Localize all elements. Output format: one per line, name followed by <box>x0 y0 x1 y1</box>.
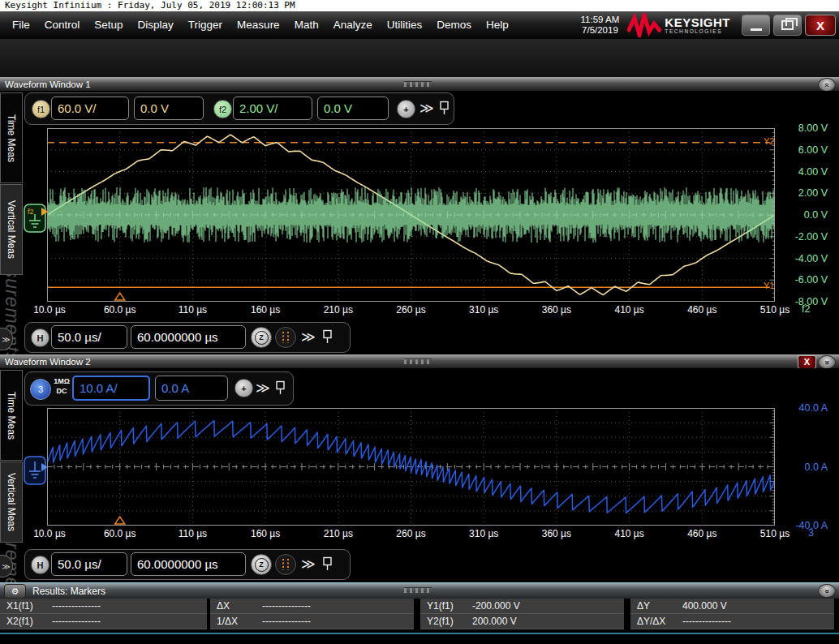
f1-scale-field[interactable]: 60.0 V/ <box>51 97 129 120</box>
window2-zoom-reset-button[interactable]: Z <box>251 554 272 575</box>
x-axis-tick-label: 310 µs <box>462 528 506 539</box>
menu-item-display[interactable]: Display <box>131 11 181 39</box>
window2-tab-vertical-meas[interactable]: Vertical Meas <box>0 462 23 543</box>
window1-tab-time-meas[interactable]: Time Meas <box>0 92 23 183</box>
window2-tab-time-meas[interactable]: Time Meas <box>0 370 23 461</box>
window2-titlebar[interactable]: Waveform Window 2 <box>0 354 839 368</box>
x-axis-tick-label: 10.0 µs <box>28 304 71 316</box>
f2-ground-marker[interactable]: f2 <box>24 201 48 234</box>
window1-tab-vertical-meas[interactable]: Vertical Meas <box>0 184 23 275</box>
f1-offset-field[interactable]: 0.0 V <box>134 97 204 120</box>
channel3-scale-field[interactable]: 10.0 A/ <box>72 376 150 401</box>
f2-badge[interactable]: f2 <box>213 100 232 118</box>
channel3-coupling[interactable]: 1MΩ DC <box>52 377 71 396</box>
window1-markers-button[interactable] <box>275 327 296 348</box>
menu-item-setup[interactable]: Setup <box>87 11 130 39</box>
menu-item-control[interactable]: Control <box>37 11 88 39</box>
window2-drag-handle[interactable] <box>404 358 432 364</box>
add-source-button[interactable]: + <box>397 100 415 118</box>
vertical-markers-icon <box>280 331 291 344</box>
window2-body: Measurements Time MeasVertical Meas 3 1M… <box>0 368 839 582</box>
result-label: Y2(f1) <box>420 616 472 627</box>
result-value: -200.000 V <box>472 600 520 612</box>
y-axis-tick-label: 40.0 A <box>777 402 828 414</box>
x-axis-tick-label: 160 µs <box>243 528 287 539</box>
x-axis-tick-label: 360 µs <box>535 528 579 539</box>
results-header[interactable]: ⚙ Results: Markers <box>0 582 839 599</box>
results-settings-button[interactable]: ⚙ <box>4 584 26 599</box>
toolbar: Run Stop Single 2.00 GSa/s 1.00 Mpts T 6… <box>0 39 839 78</box>
result-value: 200.000 V <box>472 616 517 627</box>
results-drag-handle[interactable] <box>404 587 432 593</box>
menu-bar: FileControlSetupDisplayTriggerMeasureMat… <box>0 11 839 39</box>
y-axis-tick-label: 0.0 V <box>777 209 828 221</box>
expand-chevrons-icon[interactable]: ≫ <box>301 330 316 344</box>
waveform-plot-2[interactable] <box>47 408 775 526</box>
pin-icon[interactable] <box>275 380 286 396</box>
window1-position-field[interactable]: 60.0000000 µs <box>131 325 246 349</box>
menu-item-utilities[interactable]: Utilities <box>380 11 430 39</box>
window2-timebase-field[interactable]: 50.0 µs/ <box>51 552 127 576</box>
f1-badge[interactable]: f1 <box>32 100 50 118</box>
window1-titlebar[interactable]: Waveform Window 1 <box>0 77 839 91</box>
close-button[interactable]: X <box>805 15 836 36</box>
window1-timebase-field[interactable]: 50.0 µs/ <box>51 325 127 349</box>
x-axis-tick-label: 510 µs <box>753 528 797 539</box>
channel3-ground-marker[interactable] <box>24 453 48 486</box>
result-label: ΔY <box>630 600 682 612</box>
window1-h-badge[interactable]: H <box>31 328 49 347</box>
results-row: 1/ΔX--------------- <box>210 614 414 629</box>
menu-item-trigger[interactable]: Trigger <box>181 11 230 39</box>
f2-scale-field[interactable]: 2.00 V/ <box>233 97 312 120</box>
menu-item-math[interactable]: Math <box>287 11 326 39</box>
results-collapse-button[interactable]: » <box>818 584 836 598</box>
window2-close-button[interactable]: X <box>798 355 816 369</box>
result-label: Y1(f1) <box>420 600 472 612</box>
expand-chevrons-icon[interactable]: ≫ <box>420 101 434 115</box>
expand-chevrons-icon[interactable]: ≫ <box>301 557 316 571</box>
y-axis-tick-label: 0.0 A <box>777 462 828 473</box>
result-value: --------------- <box>52 600 101 612</box>
pin-icon[interactable] <box>322 329 333 345</box>
results-title: Results: Markers <box>32 586 105 597</box>
results-row: X1(f1)--------------- <box>0 599 207 614</box>
x-axis-tick-label: 160 µs <box>243 304 287 316</box>
window1-axis-source: f2 <box>802 303 839 315</box>
menu-item-help[interactable]: Help <box>479 11 516 39</box>
waveform-plot-1[interactable] <box>47 128 775 302</box>
window1-collapse-button[interactable]: » <box>818 78 836 92</box>
expand-chevrons-icon[interactable]: ≫ <box>256 381 270 395</box>
x-axis-tick-label: 260 µs <box>389 528 433 539</box>
results-row: ΔX--------------- <box>210 599 414 614</box>
window2-collapse-button[interactable]: » <box>818 355 836 369</box>
menu-item-demos[interactable]: Demos <box>429 11 479 39</box>
y-axis-tick-label: 6.00 V <box>777 144 828 156</box>
window2-h-badge[interactable]: H <box>31 556 49 574</box>
marker-y1-label: Y1 <box>764 281 774 290</box>
x-axis-tick-label: 210 µs <box>316 304 360 316</box>
result-value: --------------- <box>262 616 311 627</box>
x-axis-tick-label: 110 µs <box>170 304 214 316</box>
keysight-logo: KEYSIGHT TECHNOLOGIES <box>627 13 730 37</box>
pin-icon[interactable] <box>322 556 333 572</box>
window2-position-field[interactable]: 60.0000000 µs <box>131 552 246 576</box>
window1-drag-handle[interactable] <box>404 81 432 87</box>
pin-icon[interactable] <box>439 101 450 116</box>
minimize-icon <box>751 28 762 31</box>
clock-time: 11:59 AM <box>581 15 620 25</box>
restore-button[interactable] <box>773 15 802 36</box>
menu-item-file[interactable]: File <box>5 11 37 39</box>
window2-markers-button[interactable] <box>275 554 296 575</box>
f2-offset-field[interactable]: 0.0 V <box>317 97 389 120</box>
results-row: ΔY400.000 V <box>630 599 834 614</box>
channel3-offset-field[interactable]: 0.0 A <box>155 376 228 401</box>
channel3-badge[interactable]: 3 <box>30 379 51 400</box>
menu-item-analyze[interactable]: Analyze <box>326 11 380 39</box>
result-value: --------------- <box>52 616 101 627</box>
menu-item-measure[interactable]: Measure <box>230 11 287 39</box>
window1-body: Measurements Time MeasVertical Meas f1 6… <box>0 91 839 354</box>
add-source-button[interactable]: + <box>234 379 253 397</box>
minimize-button[interactable] <box>742 15 770 36</box>
window1-zoom-reset-button[interactable]: Z <box>251 327 272 348</box>
brand-subtitle: TECHNOLOGIES <box>665 28 730 34</box>
